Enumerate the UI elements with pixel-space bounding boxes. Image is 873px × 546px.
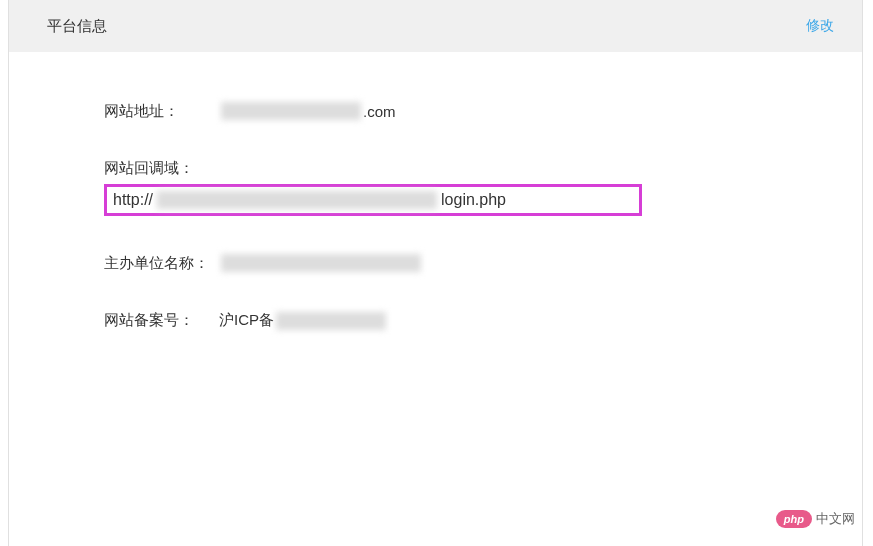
redacted-block <box>276 312 386 330</box>
organizer-value <box>219 254 423 272</box>
watermark: php 中文网 <box>776 510 855 528</box>
website-url-value: .com <box>219 102 396 120</box>
redacted-block <box>157 191 437 209</box>
watermark-text: 中文网 <box>816 510 855 528</box>
icp-label: 网站备案号： <box>104 311 219 330</box>
icp-row: 网站备案号： 沪ICP备 <box>104 311 862 330</box>
redacted-block <box>221 254 421 272</box>
callback-domain-label: 网站回调域： <box>104 159 862 178</box>
panel-content: 网站地址： .com 网站回调域： http:// login.php 主办单位… <box>9 52 862 330</box>
callback-url-suffix: login.php <box>441 191 506 209</box>
panel-header: 平台信息 修改 <box>9 0 862 52</box>
redacted-block <box>221 102 361 120</box>
icp-value: 沪ICP备 <box>219 311 388 330</box>
organizer-row: 主办单位名称： <box>104 254 862 273</box>
callback-url-prefix: http:// <box>113 191 153 209</box>
platform-info-panel: 平台信息 修改 网站地址： .com 网站回调域： http:// login.… <box>8 0 863 546</box>
website-url-suffix: .com <box>363 103 396 120</box>
panel-title: 平台信息 <box>47 17 107 36</box>
website-url-label: 网站地址： <box>104 102 219 121</box>
watermark-badge: php <box>776 510 812 528</box>
icp-prefix: 沪ICP备 <box>219 311 274 330</box>
callback-domain-row: 网站回调域： http:// login.php <box>104 159 862 216</box>
edit-link[interactable]: 修改 <box>806 17 834 35</box>
website-url-row: 网站地址： .com <box>104 102 862 121</box>
organizer-label: 主办单位名称： <box>104 254 219 273</box>
callback-domain-highlight: http:// login.php <box>104 184 642 216</box>
